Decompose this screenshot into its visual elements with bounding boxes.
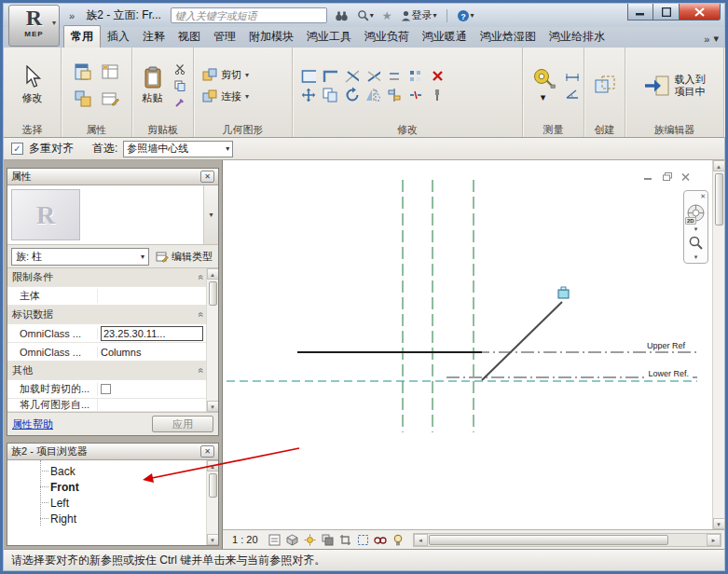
close-button[interactable] xyxy=(680,4,721,20)
scroll-down-icon[interactable]: ▼ xyxy=(207,401,219,412)
help-button[interactable]: ? ▾ xyxy=(455,8,476,23)
offset-button[interactable] xyxy=(386,69,403,84)
properties-close-button[interactable]: ✕ xyxy=(200,171,214,183)
shadows-button[interactable] xyxy=(320,532,336,548)
properties-scrollbar[interactable]: ▲ ▼ xyxy=(206,268,218,412)
search-input[interactable] xyxy=(172,8,326,22)
tab-overflow-icon[interactable]: » xyxy=(704,34,709,45)
minimize-button[interactable] xyxy=(627,4,653,20)
steering-wheel-dropdown[interactable]: ▾ xyxy=(694,226,698,232)
tab-addins[interactable]: 附加模块 xyxy=(242,26,300,48)
subscription-center-button[interactable]: ▾ xyxy=(355,8,376,22)
aligned-dimension-button[interactable] xyxy=(564,70,581,85)
scrollbar-thumb[interactable] xyxy=(429,535,668,545)
upper-ref-label[interactable]: Upper Ref xyxy=(646,341,686,350)
scroll-down-icon[interactable]: ▼ xyxy=(713,518,725,529)
favorites-button[interactable]: ★ xyxy=(380,8,394,23)
drawing-view[interactable]: Upper Ref Lower Ref. ✕ 2D ▾ xyxy=(223,160,712,529)
tree-item-back[interactable]: Back xyxy=(7,463,218,479)
lower-ref-label[interactable]: Lower Ref. xyxy=(647,369,690,378)
crop-view-button[interactable] xyxy=(337,532,353,548)
paste-button[interactable]: 粘贴 xyxy=(138,63,168,108)
tab-hongye-plumbing[interactable]: 鸿业给排水 xyxy=(543,26,611,48)
tab-view[interactable]: 视图 xyxy=(172,26,207,48)
multiple-alignment-checkbox[interactable]: ✓ xyxy=(11,143,23,155)
navigation-bar-close-button[interactable]: ✕ xyxy=(700,193,706,200)
project-browser-close-button[interactable]: ✕ xyxy=(200,445,214,458)
reveal-hidden-button[interactable] xyxy=(391,532,406,548)
array-button[interactable] xyxy=(407,69,424,84)
tab-hongye-load[interactable]: 鸿业负荷 xyxy=(358,26,416,48)
section-other[interactable]: 其他 « xyxy=(7,362,218,380)
tab-home[interactable]: 常用 xyxy=(63,25,101,48)
scroll-left-icon[interactable]: ◄ xyxy=(414,534,428,546)
wall-opening-button[interactable] xyxy=(300,69,317,84)
family-types-button[interactable] xyxy=(98,60,122,84)
application-menu-button[interactable]: R MEP ▾ xyxy=(8,5,60,47)
edit-type-button[interactable]: 编辑类型 xyxy=(154,249,214,265)
project-browser-header[interactable]: 族2 - 项目浏览器 ✕ xyxy=(7,444,218,460)
scroll-right-icon[interactable]: ► xyxy=(707,534,721,546)
detail-level-button[interactable] xyxy=(267,532,282,548)
properties-help-link[interactable]: 属性帮助 xyxy=(12,417,53,431)
copy-button[interactable] xyxy=(322,88,338,102)
split-button[interactable] xyxy=(407,88,424,102)
tree-item-front[interactable]: Front xyxy=(7,479,218,495)
rotate-button[interactable] xyxy=(343,88,360,102)
tab-manage[interactable]: 管理 xyxy=(207,26,242,48)
join-geometry-button[interactable]: 连接 ▾ xyxy=(199,88,252,105)
type-selector-dropdown[interactable]: ▾ xyxy=(203,185,218,244)
create-group-button[interactable] xyxy=(591,72,619,100)
move-button[interactable] xyxy=(300,88,317,102)
horizontal-scrollbar[interactable]: ◄ ► xyxy=(413,533,721,547)
type-preview[interactable]: R ▾ xyxy=(7,185,218,245)
tab-annotate[interactable]: 注释 xyxy=(136,26,172,48)
type-properties-button[interactable] xyxy=(98,87,122,111)
section-identity-data[interactable]: 标识数据 « xyxy=(7,306,218,324)
maximize-button[interactable] xyxy=(653,4,680,20)
scroll-down-icon[interactable]: ▼ xyxy=(207,534,219,545)
ribbon-display-toggle[interactable]: ▾ xyxy=(713,33,719,45)
mirror-button[interactable] xyxy=(364,88,381,102)
visual-style-button[interactable] xyxy=(284,532,300,548)
scrollbar-thumb[interactable] xyxy=(715,173,723,226)
help-search-box[interactable] xyxy=(171,7,327,23)
tree-item-right[interactable]: Right xyxy=(7,511,218,526)
prefer-combobox[interactable]: 参照墙中心线 ▾ xyxy=(123,141,233,157)
modify-tool-button[interactable]: 修改 xyxy=(18,62,48,108)
properties-header[interactable]: 属性 ✕ xyxy=(7,169,218,185)
vertical-scrollbar[interactable]: ▲ ▼ xyxy=(712,160,724,529)
steering-wheel-button[interactable]: 2D xyxy=(686,203,706,223)
tab-hongye-tools[interactable]: 鸿业工具 xyxy=(300,26,358,48)
project-browser-scrollbar[interactable]: ▲ ▼ xyxy=(206,460,218,545)
omniclass-number-field[interactable]: 23.25.30.11... xyxy=(101,326,203,341)
scale-button[interactable]: 1 : 20 xyxy=(226,532,265,547)
sun-path-button[interactable] xyxy=(302,532,318,548)
cut-when-loaded-checkbox[interactable] xyxy=(101,384,111,394)
trim-extend-corner-button[interactable] xyxy=(343,69,360,84)
tab-insert[interactable]: 插入 xyxy=(101,26,136,48)
measure-button[interactable]: ▾ xyxy=(527,64,560,106)
scroll-up-icon[interactable]: ▲ xyxy=(713,160,725,171)
properties-palette-button[interactable] xyxy=(71,60,95,84)
zoom-button[interactable] xyxy=(688,235,704,251)
align-button[interactable] xyxy=(386,88,403,102)
view-minimize-button[interactable] xyxy=(642,171,654,182)
scroll-up-icon[interactable]: ▲ xyxy=(207,460,219,472)
cut-geometry-button[interactable]: 剪切 ▾ xyxy=(199,66,252,84)
tab-hongye-psychrometric[interactable]: 鸿业焓湿图 xyxy=(474,26,543,48)
crop-region-button[interactable] xyxy=(355,532,371,548)
trim-extend-single-button[interactable] xyxy=(364,69,381,84)
match-type-button[interactable] xyxy=(172,95,188,110)
drawing-area[interactable]: Upper Ref Lower Ref. ✕ 2D ▾ xyxy=(222,160,724,529)
load-into-project-button[interactable]: 载入到 项目中 xyxy=(640,71,709,101)
family-type-combobox[interactable]: 族: 柱 ▾ xyxy=(11,248,149,266)
tab-hongye-hvac[interactable]: 鸿业暖通 xyxy=(416,26,474,48)
tree-item-left[interactable]: Left xyxy=(7,495,218,511)
corner-joint-button[interactable] xyxy=(322,69,338,84)
view-restore-button[interactable] xyxy=(661,171,673,182)
scroll-up-icon[interactable]: ▲ xyxy=(207,268,219,280)
zoom-dropdown[interactable]: ▾ xyxy=(694,253,698,260)
delete-button[interactable] xyxy=(429,69,446,84)
scrollbar-thumb[interactable] xyxy=(209,281,217,306)
